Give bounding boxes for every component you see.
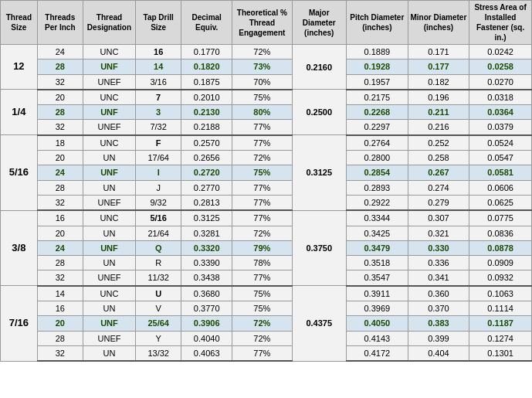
minor-dia-cell: 0.279 bbox=[408, 195, 469, 210]
tpi-cell: 16 bbox=[37, 210, 83, 226]
pitch-dia-cell: 0.1928 bbox=[347, 60, 408, 74]
decimal-cell: 0.1770 bbox=[181, 45, 232, 60]
tap-drill-cell: 17/64 bbox=[136, 151, 181, 165]
table-row: 28UNJ0.277077%0.28930.2740.0606 bbox=[1, 180, 532, 195]
tpi-cell: 20 bbox=[37, 316, 83, 331]
decimal-cell: 0.3906 bbox=[181, 316, 232, 331]
pct-cell: 78% bbox=[232, 256, 292, 270]
tpi-cell: 20 bbox=[37, 151, 83, 165]
minor-dia-cell: 0.177 bbox=[408, 60, 469, 74]
pct-cell: 72% bbox=[232, 151, 292, 165]
decimal-cell: 0.4040 bbox=[181, 331, 232, 345]
pct-cell: 72% bbox=[232, 331, 292, 345]
tap-drill-cell: 16 bbox=[136, 45, 181, 60]
col-stress-area: Stress Area of Installed Fastener (sq. i… bbox=[469, 1, 532, 45]
col-major-dia: Major Diameter (inches) bbox=[292, 1, 347, 45]
pct-cell: 77% bbox=[232, 195, 292, 210]
thread-size-cell: 12 bbox=[1, 45, 38, 90]
minor-dia-cell: 0.321 bbox=[408, 226, 469, 240]
minor-dia-cell: 0.341 bbox=[408, 270, 469, 286]
minor-dia-cell: 0.336 bbox=[408, 256, 469, 270]
tpi-cell: 32 bbox=[37, 120, 83, 135]
pct-cell: 77% bbox=[232, 210, 292, 226]
tpi-cell: 24 bbox=[37, 240, 83, 255]
tpi-cell: 24 bbox=[37, 165, 83, 180]
tpi-cell: 18 bbox=[37, 135, 83, 151]
tap-drill-cell: 25/64 bbox=[136, 316, 181, 331]
decimal-cell: 0.2188 bbox=[181, 120, 232, 135]
tap-drill-cell: J bbox=[136, 180, 181, 195]
pitch-dia-cell: 0.4143 bbox=[347, 331, 408, 345]
pitch-dia-cell: 0.3425 bbox=[347, 226, 408, 240]
table-row: 32UNEF9/320.281377%0.29220.2790.0625 bbox=[1, 195, 532, 210]
thread-size-cell: 5/16 bbox=[1, 135, 38, 210]
pitch-dia-cell: 0.2764 bbox=[347, 135, 408, 151]
tpi-cell: 32 bbox=[37, 195, 83, 210]
tpi-cell: 28 bbox=[37, 60, 83, 74]
stress-area-cell: 0.0606 bbox=[469, 180, 532, 195]
pct-cell: 75% bbox=[232, 301, 292, 316]
stress-area-cell: 0.0932 bbox=[469, 270, 532, 286]
table-row: 24UNFI0.272075%0.28540.2670.0581 bbox=[1, 165, 532, 180]
tap-drill-cell: V bbox=[136, 301, 181, 316]
designation-cell: UNEF bbox=[83, 331, 135, 345]
designation-cell: UN bbox=[83, 180, 135, 195]
tap-drill-cell: U bbox=[136, 286, 181, 301]
tap-drill-cell: I bbox=[136, 165, 181, 180]
stress-area-cell: 0.0379 bbox=[469, 120, 532, 135]
stress-area-cell: 0.1301 bbox=[469, 345, 532, 361]
stress-area-cell: 0.1063 bbox=[469, 286, 532, 301]
table-row: 16UNV0.377075%0.39690.3700.1114 bbox=[1, 301, 532, 316]
tpi-cell: 28 bbox=[37, 180, 83, 195]
minor-dia-cell: 0.274 bbox=[408, 180, 469, 195]
pct-cell: 77% bbox=[232, 120, 292, 135]
stress-area-cell: 0.0775 bbox=[469, 210, 532, 226]
pitch-dia-cell: 0.2893 bbox=[347, 180, 408, 195]
designation-cell: UNF bbox=[83, 316, 135, 331]
pct-cell: 77% bbox=[232, 135, 292, 151]
tap-drill-cell: 3/16 bbox=[136, 74, 181, 90]
table-row: 7/1614UNCU0.368075%0.43750.39110.3600.10… bbox=[1, 286, 532, 301]
table-row: 1/420UNC70.201075%0.25000.21750.1960.031… bbox=[1, 90, 532, 105]
tpi-cell: 14 bbox=[37, 286, 83, 301]
minor-dia-cell: 0.196 bbox=[408, 90, 469, 105]
pitch-dia-cell: 0.4050 bbox=[347, 316, 408, 331]
stress-area-cell: 0.0878 bbox=[469, 240, 532, 255]
tpi-cell: 28 bbox=[37, 256, 83, 270]
designation-cell: UNEF bbox=[83, 270, 135, 286]
tap-drill-cell: 11/32 bbox=[136, 270, 181, 286]
stress-area-cell: 0.0909 bbox=[469, 256, 532, 270]
table-row: 1224UNC160.177072%0.21600.18890.1710.024… bbox=[1, 45, 532, 60]
tpi-cell: 28 bbox=[37, 331, 83, 345]
table-row: 28UNF30.213080%0.22680.2110.0364 bbox=[1, 105, 532, 120]
decimal-cell: 0.3320 bbox=[181, 240, 232, 255]
tap-drill-cell: 9/32 bbox=[136, 195, 181, 210]
col-tpi: Threads Per Inch bbox=[37, 1, 83, 45]
decimal-cell: 0.2570 bbox=[181, 135, 232, 151]
tap-drill-cell: 7/32 bbox=[136, 120, 181, 135]
tap-drill-cell: 7 bbox=[136, 90, 181, 105]
tpi-cell: 24 bbox=[37, 45, 83, 60]
pitch-dia-cell: 0.3344 bbox=[347, 210, 408, 226]
designation-cell: UNEF bbox=[83, 74, 135, 90]
designation-cell: UNF bbox=[83, 240, 135, 255]
decimal-cell: 0.1875 bbox=[181, 74, 232, 90]
stress-area-cell: 0.0318 bbox=[469, 90, 532, 105]
minor-dia-cell: 0.370 bbox=[408, 301, 469, 316]
pct-cell: 75% bbox=[232, 286, 292, 301]
tpi-cell: 16 bbox=[37, 301, 83, 316]
minor-dia-cell: 0.216 bbox=[408, 120, 469, 135]
designation-cell: UNC bbox=[83, 45, 135, 60]
pitch-dia-cell: 0.3547 bbox=[347, 270, 408, 286]
designation-cell: UNC bbox=[83, 135, 135, 151]
decimal-cell: 0.4063 bbox=[181, 345, 232, 361]
col-pitch-dia: Pitch Diameter (inches) bbox=[347, 1, 408, 45]
stress-area-cell: 0.0364 bbox=[469, 105, 532, 120]
tap-drill-cell: 13/32 bbox=[136, 345, 181, 361]
tpi-cell: 20 bbox=[37, 90, 83, 105]
minor-dia-cell: 0.330 bbox=[408, 240, 469, 255]
col-decimal: Decimal Equiv. bbox=[181, 1, 232, 45]
pitch-dia-cell: 0.2268 bbox=[347, 105, 408, 120]
major-dia-cell: 0.4375 bbox=[292, 286, 347, 361]
stress-area-cell: 0.0270 bbox=[469, 74, 532, 90]
